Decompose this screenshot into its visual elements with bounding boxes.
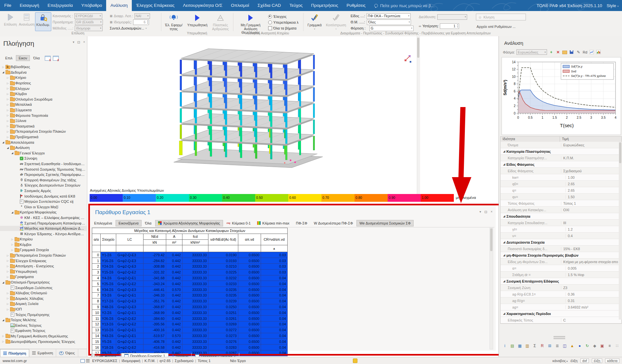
menu-item-8[interactable]: Σχέδια CAD bbox=[253, 0, 285, 11]
panel-grip[interactable] bbox=[554, 336, 565, 339]
tree-expander-icon[interactable]: ▷ bbox=[6, 275, 10, 278]
property-row[interactable]: kw=1.00 bbox=[501, 174, 621, 181]
panel-chevron-icon[interactable]: ▾ bbox=[73, 40, 74, 44]
filter-cell[interactable] bbox=[208, 245, 238, 252]
results-table[interactable]: Μέγεθος και Κατανομή Αξονικών Δυνάμεων Κ… bbox=[92, 228, 288, 356]
tree-item[interactable]: nvΠοσοστό Σεισμικής Τέμνουσας Τοιχωμ... bbox=[0, 166, 87, 172]
annex-combo[interactable]: GR (Ελλάδι▾ bbox=[75, 19, 103, 25]
panel-close-icon[interactable]: × bbox=[83, 40, 85, 44]
chart-save-icon[interactable] bbox=[596, 50, 601, 55]
tree-item[interactable]: ⊞Κέντρο Έδρασης - Κέντρο Αντίδρασης bbox=[0, 231, 87, 237]
tree-item[interactable]: Τεύχος Προμέτρησης bbox=[0, 312, 87, 317]
tree-item[interactable]: Σκυρόδεμα-Ξυλότυπος bbox=[0, 285, 87, 290]
property-row[interactable]: Κατηγορία Σπουδαιότητ...III bbox=[501, 220, 621, 226]
table-row[interactable]: 3Y15-Σ6G+ψ2-Q-E2-331.320.44233333.330.02… bbox=[92, 269, 288, 275]
tree-item[interactable]: ◢Οπλισμοί-Προμετρήσεις bbox=[0, 280, 87, 285]
motion-box[interactable]: ☺Κίνηση bbox=[476, 14, 526, 20]
tree-item[interactable]: Εικόνες Τεύχους bbox=[0, 323, 87, 328]
property-row[interactable]: v=0.4 bbox=[501, 233, 621, 239]
solve-button[interactable]: Επίλυση bbox=[3, 12, 18, 30]
menu-item-2[interactable]: Επεξεργασία bbox=[43, 0, 77, 11]
filter-cell[interactable] bbox=[143, 245, 166, 252]
tree-expander-icon[interactable]: ▷ bbox=[6, 92, 10, 95]
tree-item[interactable]: ▷Δευτεροβάθμιος Προσεισμικός Έλεγχος bbox=[0, 339, 87, 344]
grid-plus-icon[interactable]: ⊞ bbox=[546, 343, 553, 349]
status-right-2[interactable]: dxf bbox=[580, 358, 589, 363]
kind-combo[interactable]: ΠΦ ΟΚΑ - Περιπτώσε▾ bbox=[367, 13, 411, 19]
tree-expander-icon[interactable]: ▷ bbox=[6, 297, 10, 300]
menu-item-5[interactable]: Έλεγχος Επάρκειας bbox=[132, 0, 179, 11]
tree-item[interactable]: ◢Δεδομένα bbox=[0, 70, 87, 75]
property-row[interactable]: ag·R/g=0.31 bbox=[501, 297, 621, 304]
sidebar-bottom-tab-1[interactable]: Εμφάνιση bbox=[29, 349, 56, 357]
table-row[interactable]: 0Y1-Σ6G+ψ2-Q-E3-279.420.44233333.330.019… bbox=[92, 252, 288, 258]
tree-item[interactable]: δΈλεγχος Δευτερευόντων Στοιχείων bbox=[0, 183, 87, 188]
filter-cell[interactable] bbox=[166, 245, 182, 252]
property-group[interactable]: ◢μη-Φέροντα Στοιχεία-Περιορισμός βλαβών bbox=[501, 252, 621, 259]
property-row[interactable]: Τύπος ΦάσματοςΤύπος 1 bbox=[501, 200, 621, 207]
edit-icon[interactable]: ✎ bbox=[576, 50, 581, 55]
raft-button[interactable]: Κοιτόστρωση˅ bbox=[325, 13, 347, 31]
tree-item[interactable]: drΣχετική Παραμόρφωση Κατακόρυφων Σ... bbox=[0, 220, 87, 226]
chart-tool-icon[interactable] bbox=[589, 50, 594, 55]
tree-item[interactable]: ▷Οπλισμένο Σκυρόδεμα bbox=[0, 97, 87, 102]
view-tab-3[interactable]: Χρώματα Αξιολόγησης Μορφολογίας bbox=[155, 220, 223, 226]
tree-expander-icon[interactable]: ▷ bbox=[6, 109, 10, 112]
tree-item[interactable]: ▷Δομικός Χάλυβας bbox=[0, 296, 87, 301]
xml-settings-button[interactable]: Αρχείο xml Ρυθμίσεων ... bbox=[477, 25, 516, 29]
tree-item[interactable]: ▷Χάλυβας Οπλισμού bbox=[0, 290, 87, 296]
tree-item[interactable]: ydΜέγεθος και Κατανομή Αξονικών Δυνάμ... bbox=[0, 226, 87, 231]
refresh-icon[interactable]: ↻ bbox=[584, 343, 591, 349]
menu-item-9[interactable]: Τεύχος bbox=[285, 0, 307, 11]
tree-expander-icon[interactable]: ▷ bbox=[10, 238, 14, 241]
tree-item[interactable]: ▷Πεπερασμένα Στοιχεία Πλακών bbox=[0, 129, 87, 134]
tree-expander-icon[interactable]: ▷ bbox=[6, 308, 10, 311]
linear-diagrams-button[interactable]: Γραμμικά˅ bbox=[306, 13, 323, 31]
property-row[interactable]: Είδος ΦάσματοςΣχεδιασμού bbox=[501, 168, 621, 174]
check-radio[interactable]: Έλεγχος bbox=[268, 14, 287, 19]
diamond-icon[interactable]: ◆ bbox=[591, 343, 598, 349]
sphere-icon[interactable]: ● bbox=[577, 343, 583, 349]
property-row[interactable]: ΌνομαΕυρωκώδικες bbox=[501, 142, 621, 148]
tree-item[interactable]: ▷Γραφήματα bbox=[0, 274, 87, 280]
table-row[interactable]: 12Y13-Σ6G+ψ2-Q-E2-395.560.44233333.330.0… bbox=[92, 321, 288, 327]
tree-expander-icon[interactable]: ▷ bbox=[6, 87, 10, 90]
view-tab-4[interactable]: reqΚλίμακα 0-1 bbox=[224, 220, 254, 226]
property-grid-scrollbar[interactable] bbox=[619, 142, 622, 320]
tree-item[interactable]: ◢Γενικοί Έλεγχοι bbox=[0, 151, 87, 156]
tree-item[interactable]: ⊪Σεισμικός Αρμός bbox=[0, 188, 87, 194]
tree-expander-icon[interactable]: ▷ bbox=[6, 254, 10, 257]
tree-expander-icon[interactable]: ◢ bbox=[6, 146, 10, 149]
tree-expander-icon[interactable]: ▷ bbox=[6, 270, 10, 273]
diaphragm-combo[interactable]: ΝΑΙ▾ bbox=[134, 13, 150, 19]
group-expander-icon[interactable]: ◢ bbox=[502, 254, 506, 257]
tree-item[interactable]: ▷Κόμβοι bbox=[0, 242, 87, 248]
table-row[interactable]: 8Y17-Σ6G+ψ2-Q-E3-351.760.44233333.330.02… bbox=[92, 298, 288, 304]
worksheet-2-icon[interactable]: 2 bbox=[53, 56, 59, 61]
view-tab-2[interactable]: Όλα bbox=[142, 220, 155, 226]
table-row[interactable]: 1Y16-Σ6G+ψ2-Q-E3-284.820.44233333.330.01… bbox=[92, 258, 288, 264]
table-row[interactable]: 11Y26-Σ6G+ψ2-Q-E2-384.600.44233333.330.0… bbox=[92, 316, 288, 322]
method-combo[interactable]: Ιδιομορφι▾ bbox=[75, 26, 103, 31]
view-tab-0[interactable]: Επιλεγμένα bbox=[91, 220, 115, 226]
view-tab-5[interactable]: Κλίμακα min-max bbox=[254, 220, 292, 226]
status-warning-icon[interactable] bbox=[353, 358, 357, 363]
property-row[interactable]: Ποσοστό δυσκαμψίας δ...15% - ΕΚ8 bbox=[501, 246, 621, 252]
tree-expander-icon[interactable]: ▷ bbox=[6, 125, 10, 127]
property-group[interactable]: ◢Σπουδαιότητα bbox=[501, 213, 621, 220]
tree-item[interactable]: ◢Κριτήρια Μορφολογίας bbox=[0, 210, 87, 215]
tree-item[interactable]: ▷Βιβλιοθήκες bbox=[0, 64, 87, 70]
pushover-button[interactable]: Υπερωθητική bbox=[186, 13, 209, 27]
table-row[interactable]: 4Y4-Σ6G+ψ2-Q-E1-341.680.44233333.330.023… bbox=[92, 275, 288, 281]
property-row[interactable]: Ανάλυση για Κατακόρυ...ΟΧΙ bbox=[501, 207, 621, 213]
tree-item[interactable]: ▷Κόμβοι bbox=[0, 91, 87, 97]
sum-icon[interactable]: Σ bbox=[531, 343, 538, 349]
filter-cell[interactable] bbox=[101, 245, 116, 252]
tree-expander-icon[interactable]: ▷ bbox=[6, 302, 10, 305]
tree-item[interactable]: ▷Σύμμεικτα bbox=[0, 107, 87, 113]
building-3d-model[interactable] bbox=[87, 36, 417, 194]
style-menu[interactable]: Style ˅ bbox=[607, 3, 619, 8]
tree-item[interactable]: ▷Αποτίμηση - Ενισχύσεις bbox=[0, 263, 87, 269]
tree-expander-icon[interactable]: ▷ bbox=[6, 103, 10, 106]
tree-item[interactable]: ▷Κτήριο bbox=[0, 75, 87, 80]
